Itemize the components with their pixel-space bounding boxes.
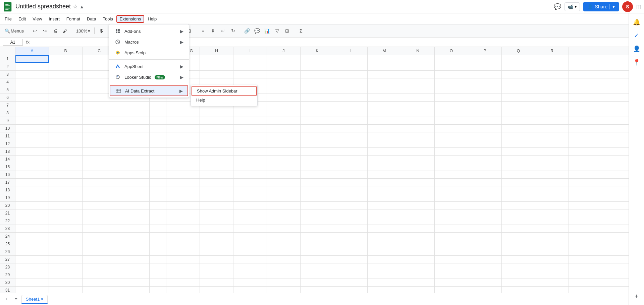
- addons-label: Add-ons: [124, 29, 141, 34]
- ai-extract-dropdown: Show Admin Sidebar Help: [191, 85, 258, 106]
- addons-arrow: ▶: [180, 29, 183, 34]
- show-admin-sidebar-item[interactable]: Show Admin Sidebar: [192, 86, 257, 96]
- show-admin-sidebar-label: Show Admin Sidebar: [197, 88, 237, 94]
- looker-icon: [114, 74, 121, 80]
- svg-point-14: [117, 76, 118, 77]
- appsheet-item[interactable]: AppSheet ▶: [109, 61, 189, 72]
- ai-extract-icon: [115, 87, 122, 94]
- help-submenu-label: Help: [196, 98, 205, 103]
- apps-script-item[interactable]: Apps Script: [109, 47, 189, 58]
- extensions-dropdown: Add-ons ▶ Macros ▶ Apps Script AppSheet …: [109, 24, 189, 98]
- appsheet-label: AppSheet: [124, 64, 144, 69]
- appsheet-icon: [114, 63, 121, 70]
- svg-rect-15: [116, 89, 121, 93]
- dropdown-sep-1: [109, 59, 189, 60]
- macros-item[interactable]: Macros ▶: [109, 37, 189, 47]
- svg-point-12: [117, 52, 119, 54]
- apps-script-label: Apps Script: [124, 50, 147, 55]
- menu-overlay[interactable]: [0, 0, 644, 305]
- ai-extract-label: AI Data Extract: [125, 88, 154, 94]
- svg-rect-8: [116, 32, 117, 33]
- ai-extract-arrow: ▶: [179, 88, 183, 94]
- svg-rect-7: [118, 29, 120, 31]
- svg-rect-6: [116, 29, 117, 31]
- apps-script-icon: [114, 49, 121, 56]
- looker-badge: New: [155, 75, 165, 79]
- appsheet-arrow: ▶: [180, 64, 183, 69]
- macros-icon: [114, 39, 121, 45]
- macros-arrow: ▶: [180, 40, 183, 45]
- svg-rect-9: [118, 32, 120, 33]
- looker-item[interactable]: Looker Studio New ▶: [109, 72, 189, 82]
- macros-label: Macros: [124, 40, 139, 45]
- ai-data-extract-item[interactable]: AI Data Extract ▶: [110, 85, 188, 96]
- addons-icon: [114, 28, 121, 35]
- addons-item[interactable]: Add-ons ▶: [109, 26, 189, 37]
- looker-label: Looker Studio: [124, 75, 151, 80]
- looker-arrow: ▶: [180, 75, 183, 80]
- help-submenu-item[interactable]: Help: [191, 96, 257, 105]
- dropdown-sep-2: [109, 84, 189, 84]
